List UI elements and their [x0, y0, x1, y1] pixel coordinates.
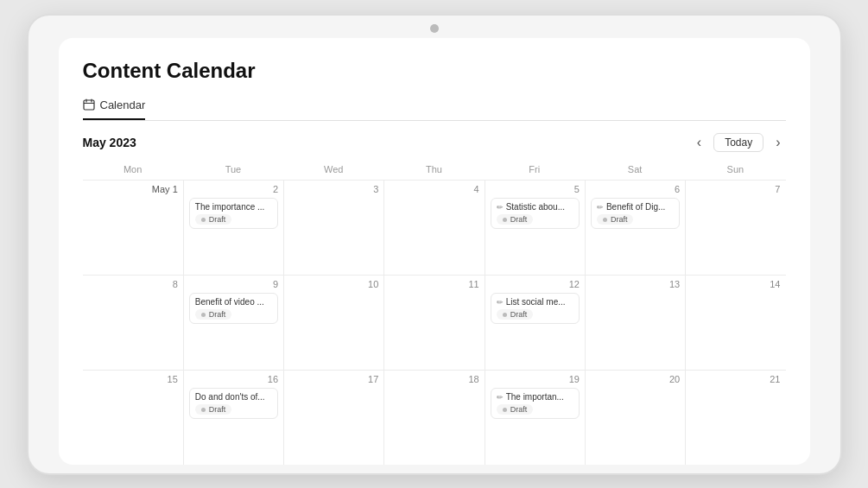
day-header-thu: Thu [383, 162, 484, 176]
event-title-0-4-0: ✏Statistic abou... [497, 202, 573, 212]
day-number-1-1: 9 [189, 279, 278, 289]
badge-label: Draft [510, 405, 528, 414]
nav-controls: ‹ Today › [692, 133, 786, 152]
day-number-2-5: 20 [591, 374, 680, 384]
badge-dot [603, 218, 607, 222]
day-header-fri: Fri [485, 162, 585, 176]
badge-label: Draft [209, 405, 226, 414]
day-cell-0-6[interactable]: 7 [685, 181, 785, 275]
day-number-2-1: 16 [189, 374, 278, 384]
prev-month-button[interactable]: ‹ [692, 133, 706, 152]
event-card-1-4-0[interactable]: ✏List social me...Draft [491, 293, 580, 325]
day-number-1-4: 12 [491, 279, 580, 289]
day-number-0-5: 6 [591, 184, 680, 194]
event-card-0-1-0[interactable]: The importance ...Draft [189, 198, 278, 230]
event-title-0-5-0: ✏Benefit of Dig... [597, 202, 674, 212]
day-cell-0-4[interactable]: 5✏Statistic abou...Draft [485, 181, 585, 275]
event-card-2-1-0[interactable]: Do and don'ts of...Draft [189, 388, 278, 420]
day-number-0-3: 4 [390, 184, 478, 194]
day-number-1-5: 13 [591, 279, 680, 289]
day-cell-1-1[interactable]: 9Benefit of video ...Draft [183, 276, 283, 370]
draft-badge: Draft [195, 404, 232, 415]
day-cell-2-0[interactable]: 15 [83, 371, 183, 465]
event-title-2-1-0: Do and don'ts of... [195, 392, 272, 402]
event-card-0-4-0[interactable]: ✏Statistic abou...Draft [491, 198, 580, 230]
badge-dot [503, 408, 507, 412]
day-cell-2-4[interactable]: 19✏The importan...Draft [485, 371, 585, 465]
draft-badge: Draft [597, 214, 634, 225]
day-cell-0-1[interactable]: 2The importance ...Draft [183, 181, 283, 275]
day-number-0-0: May 1 [88, 184, 178, 194]
event-card-0-5-0[interactable]: ✏Benefit of Dig...Draft [591, 198, 680, 230]
calendar-grid: Mon Tue Wed Thu Fri Sat Sun May 12The im… [83, 162, 786, 465]
edit-icon: ✏ [497, 393, 504, 402]
day-cell-0-5[interactable]: 6✏Benefit of Dig...Draft [585, 181, 685, 275]
day-number-1-2: 10 [289, 279, 378, 289]
device-frame: Content Calendar Calendar May 2023 ‹ Tod… [29, 16, 840, 473]
day-number-1-0: 8 [88, 279, 178, 289]
week-row-1: 89Benefit of video ...Draft101112✏List s… [83, 275, 786, 370]
badge-label: Draft [209, 310, 226, 319]
day-header-mon: Mon [83, 162, 183, 176]
day-cell-2-2[interactable]: 17 [283, 371, 383, 465]
edit-icon: ✏ [497, 298, 504, 307]
day-cell-1-6[interactable]: 14 [685, 276, 785, 370]
day-cell-0-0[interactable]: May 1 [83, 181, 183, 275]
day-number-0-1: 2 [189, 184, 278, 194]
draft-badge: Draft [497, 309, 534, 320]
tabs-bar: Calendar [83, 93, 786, 121]
badge-dot [201, 408, 206, 412]
day-cell-2-3[interactable]: 18 [383, 371, 484, 465]
tab-calendar-label: Calendar [100, 98, 146, 111]
draft-badge: Draft [497, 214, 534, 225]
day-cell-0-2[interactable]: 3 [283, 181, 383, 275]
day-number-2-2: 17 [289, 374, 378, 384]
day-cell-1-4[interactable]: 12✏List social me...Draft [485, 276, 585, 370]
next-month-button[interactable]: › [770, 133, 785, 152]
day-header-wed: Wed [283, 162, 383, 176]
day-headers: Mon Tue Wed Thu Fri Sat Sun [83, 162, 786, 176]
svg-rect-0 [84, 100, 94, 110]
day-cell-1-2[interactable]: 10 [283, 276, 383, 370]
event-card-1-1-0[interactable]: Benefit of video ...Draft [189, 293, 278, 325]
day-cell-2-5[interactable]: 20 [585, 371, 685, 465]
week-row-0: May 12The importance ...Draft345✏Statist… [83, 180, 786, 275]
edit-icon: ✏ [597, 203, 604, 212]
badge-dot [503, 313, 507, 317]
tab-calendar[interactable]: Calendar [83, 93, 146, 120]
draft-badge: Draft [195, 309, 232, 320]
edit-icon: ✏ [497, 203, 504, 212]
camera [430, 24, 439, 33]
day-cell-1-0[interactable]: 8 [83, 276, 183, 370]
badge-label: Draft [510, 215, 528, 224]
day-number-1-3: 11 [390, 279, 478, 289]
event-title-1-1-0: Benefit of video ... [195, 297, 272, 307]
day-number-2-6: 21 [691, 374, 780, 384]
calendar-icon [83, 98, 95, 111]
day-number-1-6: 14 [691, 279, 780, 289]
calendar-header: May 2023 ‹ Today › [83, 133, 786, 152]
event-title-2-4-0: ✏The importan... [497, 392, 573, 402]
month-label: May 2023 [83, 136, 136, 149]
badge-dot [201, 313, 206, 317]
device-screen: Content Calendar Calendar May 2023 ‹ Tod… [59, 38, 810, 465]
event-card-2-4-0[interactable]: ✏The importan...Draft [491, 388, 580, 420]
day-number-0-4: 5 [491, 184, 580, 194]
day-header-sun: Sun [685, 162, 785, 176]
day-cell-1-3[interactable]: 11 [383, 276, 484, 370]
day-number-2-4: 19 [491, 374, 580, 384]
day-cell-2-6[interactable]: 21 [685, 371, 785, 465]
weeks: May 12The importance ...Draft345✏Statist… [83, 180, 786, 465]
day-number-0-2: 3 [289, 184, 378, 194]
badge-label: Draft [611, 215, 628, 224]
badge-dot [201, 218, 206, 222]
day-number-0-6: 7 [691, 184, 780, 194]
day-cell-0-3[interactable]: 4 [383, 181, 484, 275]
day-number-2-0: 15 [88, 374, 178, 384]
today-button[interactable]: Today [713, 133, 763, 152]
day-header-sat: Sat [585, 162, 685, 176]
badge-label: Draft [510, 310, 528, 319]
day-cell-1-5[interactable]: 13 [585, 276, 685, 370]
day-cell-2-1[interactable]: 16Do and don'ts of...Draft [183, 371, 283, 465]
badge-dot [503, 218, 507, 222]
